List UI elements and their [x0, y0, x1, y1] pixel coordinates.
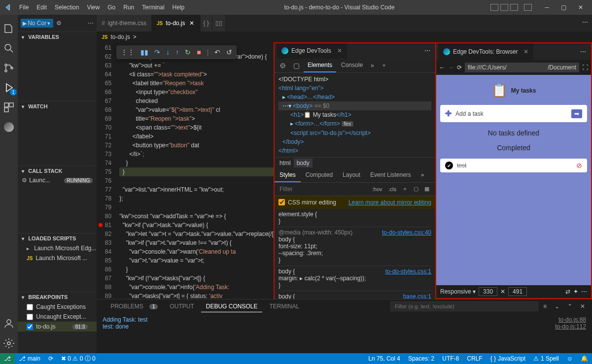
editor-more-icon[interactable]: ⋯ [578, 15, 592, 32]
status-feedback[interactable]: ☺ [563, 355, 577, 362]
bp-checkbox[interactable] [27, 314, 33, 320]
computed-tab[interactable]: Computed [301, 168, 338, 182]
debug-restart-icon[interactable]: ↻ [182, 46, 193, 58]
window-maximize[interactable]: ▢ [556, 1, 571, 14]
close-icon[interactable]: ✕ [188, 20, 195, 27]
debug-stepover-icon[interactable]: ↷ [152, 46, 163, 58]
panel-terminal[interactable]: TERMINAL [264, 301, 304, 312]
css-link[interactable]: to-do-styles.css:1 [385, 268, 431, 275]
more-icon[interactable]: ▦ [421, 185, 432, 193]
inspect-icon[interactable]: ⯐ [277, 60, 289, 71]
close-icon[interactable]: ✕ [337, 47, 342, 54]
menu-help[interactable]: Help [169, 2, 188, 13]
window-close[interactable]: ✕ [573, 1, 588, 14]
debug-stepback-icon[interactable]: ↶ [212, 46, 223, 58]
css-link[interactable]: to-do-styles.css:40 [382, 229, 431, 236]
checkmark-icon[interactable]: ✔ [445, 162, 453, 169]
callstack-item[interactable]: Launc... [29, 177, 50, 184]
add-rule-icon[interactable]: ＋ [399, 184, 411, 194]
bp-checkbox[interactable] [27, 324, 33, 330]
add-task-input[interactable]: ✚ Add a task ➡ [440, 105, 587, 122]
window-minimize[interactable]: ─ [540, 1, 554, 14]
menu-terminal[interactable]: Terminal [139, 2, 168, 13]
layout-icon[interactable] [490, 4, 498, 11]
dom-crumb[interactable]: html [277, 159, 294, 167]
elements-tab[interactable]: Elements [304, 59, 336, 72]
menu-file[interactable]: File [16, 2, 32, 13]
breakpoints-section[interactable]: BREAKPOINTS [18, 292, 97, 302]
menu-run[interactable]: Run [120, 2, 138, 13]
panel-clear-icon[interactable]: ⌄ [552, 302, 562, 311]
device-icon[interactable]: ▢ [411, 185, 421, 193]
status-language[interactable]: { } JavaScript [487, 355, 529, 362]
status-spell[interactable]: ⚠ 1 Spell [529, 355, 563, 362]
resize-icon[interactable]: ⛶ [582, 64, 588, 71]
watch-section[interactable]: WATCH [18, 101, 97, 111]
width-input[interactable]: 330 [479, 287, 497, 296]
responsive-dropdown[interactable]: Responsive ▾ [440, 288, 476, 295]
tab-theme-css[interactable]: #ight-theme.css [97, 15, 152, 32]
nav-forward-icon[interactable]: → [448, 64, 454, 71]
more-tabs-icon[interactable]: » [368, 60, 377, 71]
css-link[interactable]: base.css:1 [403, 293, 431, 299]
panel-maximize-icon[interactable]: ⌃ [564, 302, 575, 311]
submit-icon[interactable]: ➡ [571, 109, 582, 118]
callstack-section[interactable]: CALL STACK [18, 166, 97, 176]
panel-debugconsole[interactable]: DEBUG CONSOLE [201, 301, 263, 312]
tab-to-do-js[interactable]: JSto-do.js✕ [152, 15, 201, 32]
panel-settings-icon[interactable]: ≡ [540, 302, 550, 311]
layout-icon[interactable] [500, 4, 508, 11]
activity-scm-icon[interactable] [2, 61, 16, 75]
height-input[interactable]: 491 [508, 287, 527, 296]
hov-button[interactable]: :hov [369, 185, 385, 193]
activity-extensions-icon[interactable] [2, 100, 16, 114]
more-tabs-icon[interactable]: » [416, 168, 429, 182]
mirror-checkbox[interactable] [279, 199, 285, 205]
console-tab[interactable]: Console [337, 59, 367, 72]
delete-icon[interactable]: ⊘ [576, 162, 582, 169]
layout-tab[interactable]: Layout [338, 168, 365, 182]
layout-icon[interactable] [510, 4, 518, 11]
styles-tab[interactable]: Styles [275, 168, 301, 182]
panel-output[interactable]: OUTPUT [165, 301, 199, 312]
status-remote[interactable]: ⎇ [0, 353, 15, 364]
status-branch[interactable]: ⎇ main [15, 355, 44, 362]
add-tab-icon[interactable]: ＋ [378, 59, 390, 71]
tab-split[interactable]: ▯▯ [212, 15, 226, 32]
browser-tab[interactable]: Edge DevTools: Browser✕ [438, 43, 533, 60]
menu-view[interactable]: View [83, 2, 103, 13]
breadcrumb-file[interactable]: to-do.js [110, 33, 130, 40]
debug-pause-icon[interactable]: ▮▮ [138, 46, 151, 58]
more-icon[interactable]: ⋯ [581, 288, 587, 295]
close-icon[interactable]: ✕ [523, 48, 528, 55]
activity-explorer-icon[interactable] [2, 22, 16, 35]
activity-account-icon[interactable] [2, 317, 16, 331]
devtools-more-icon[interactable]: ⋯ [421, 44, 433, 57]
source-link[interactable]: to-do.js:88 [558, 316, 586, 323]
device-icon[interactable]: ▢ [290, 60, 303, 71]
status-encoding[interactable]: UTF-8 [438, 355, 463, 362]
panel-close-icon[interactable]: ✕ [577, 302, 588, 311]
run-start-button[interactable]: ▶ No Cor ▾ [21, 19, 53, 28]
dom-tree[interactable]: <!DOCTYPE html> <html lang="en"> ▸ <head… [275, 73, 435, 157]
debug-stop-icon[interactable]: ■ [194, 46, 203, 58]
loaded-scripts-section[interactable]: LOADED SCRIPTS [18, 233, 97, 243]
panel-filter-input[interactable] [390, 301, 538, 311]
run-settings-icon[interactable]: ⚙ [56, 20, 62, 27]
status-bell-icon[interactable]: 🔔 [577, 355, 592, 362]
variables-section[interactable]: VARIABLES [18, 32, 97, 42]
menu-selection[interactable]: Selection [51, 2, 82, 13]
eventlisteners-tab[interactable]: Event Listeners [365, 168, 416, 182]
styles-filter-input[interactable] [278, 184, 369, 195]
cls-button[interactable]: .cls [385, 185, 400, 193]
run-more-icon[interactable]: ⋯ [88, 20, 94, 27]
activity-settings-icon[interactable] [2, 336, 16, 350]
menu-go[interactable]: Go [104, 2, 119, 13]
breakpoint-item[interactable]: to-do.js81:3 [18, 322, 97, 331]
status-position[interactable]: Ln 75, Col 4 [364, 355, 404, 362]
rotate-icon[interactable]: ⇄ [565, 288, 570, 295]
layout-icon[interactable] [524, 4, 532, 11]
debug-reverse-icon[interactable]: ↺ [224, 46, 235, 58]
touch-icon[interactable]: ✦ [573, 288, 578, 295]
mirror-link[interactable]: Learn more about mirror editing [348, 199, 431, 206]
